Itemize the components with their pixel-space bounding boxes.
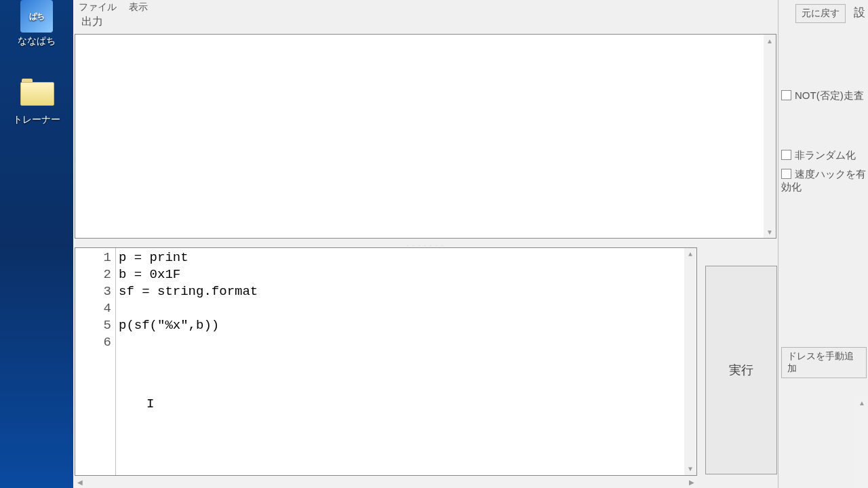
addresslist-scrollbar[interactable]: ▲ [856,396,868,488]
cheat-engine-window: 元に戻す 設 NOT(否定)走査 非ランダム化 速度ハックを有効化 ドレスを手動… [778,0,868,488]
lua-engine-window: ファイル 表示 出力 ▲ ▼ . . . . . . . 1 2 3 4 5 6… [73,0,778,488]
output-label: 出力 [73,14,778,29]
text-caret: I [146,396,154,413]
output-scrollbar[interactable]: ▲ ▼ [764,35,776,238]
desktop-icon-label: ななぱち [5,35,68,47]
code-text[interactable]: p = print b = 0x1F sf = string.format p(… [116,248,684,475]
desktop-icon-trainer[interactable]: トレーナー [5,75,68,126]
scroll-up-icon[interactable]: ▲ [764,35,776,47]
scroll-up-icon[interactable]: ▲ [684,248,696,260]
add-address-button[interactable]: ドレスを手動追加 [781,347,867,378]
scroll-down-icon[interactable]: ▼ [764,226,776,238]
derandomize-checkbox[interactable]: 非ランダム化 [781,149,856,161]
scroll-up-icon[interactable]: ▲ [856,396,868,409]
app-icon: ぱち [20,0,53,33]
scroll-down-icon[interactable]: ▼ [684,463,696,475]
undo-scan-button[interactable]: 元に戻す [795,4,846,23]
splitter-handle[interactable]: . . . . . . . [75,241,776,247]
not-scan-checkbox[interactable]: NOT(否定)走査 [781,89,864,101]
scroll-left-icon[interactable]: ◀ [77,479,83,486]
settings-label[interactable]: 設 [854,6,865,19]
code-hscrollbar[interactable]: ◀ ▶ [75,476,697,488]
desktop-icon-label: トレーナー [5,114,68,126]
menu-view[interactable]: 表示 [129,1,148,14]
output-pane: ▲ ▼ [75,34,776,239]
menubar: ファイル 表示 [73,0,778,14]
code-scrollbar[interactable]: ▲ ▼ [684,248,696,475]
speedhack-checkbox[interactable]: 速度ハックを有効化 [781,168,866,192]
line-number-gutter: 1 2 3 4 5 6 [75,248,116,475]
scroll-right-icon[interactable]: ▶ [689,479,694,486]
output-text[interactable] [75,35,764,238]
desktop-icon-nanapachi[interactable]: ぱち ななぱち [5,0,68,47]
code-editor[interactable]: 1 2 3 4 5 6 p = print b = 0x1F sf = stri… [75,247,697,476]
menu-file[interactable]: ファイル [79,1,117,14]
folder-icon [20,79,53,111]
desktop-sidebar: ぱち ななぱち トレーナー [0,0,73,488]
run-button[interactable]: 実行 [705,266,777,474]
